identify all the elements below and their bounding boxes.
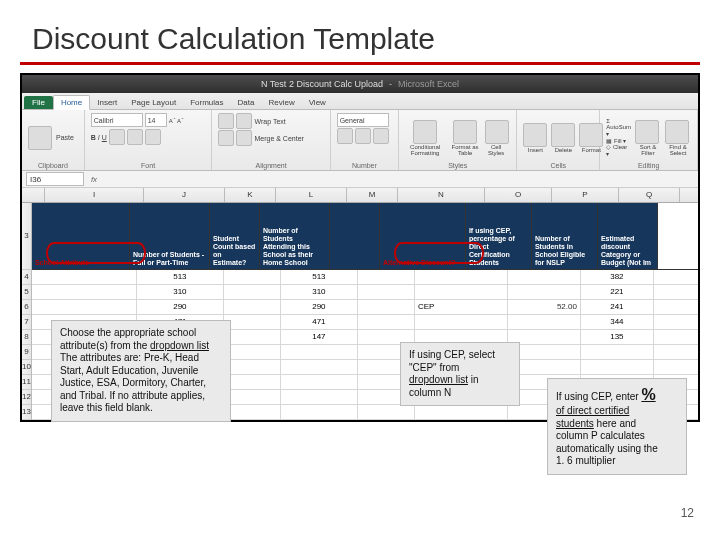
col-I[interactable]: I bbox=[45, 188, 144, 202]
autosum[interactable]: Σ AutoSum ▾ bbox=[606, 118, 631, 138]
wrap-text[interactable]: Wrap Text bbox=[254, 118, 285, 125]
cell-J[interactable]: 513 bbox=[137, 270, 224, 284]
cell-N[interactable] bbox=[415, 405, 508, 419]
row-header[interactable]: 8 bbox=[22, 330, 31, 345]
merge-center[interactable]: Merge & Center bbox=[254, 135, 303, 142]
number-format[interactable]: General bbox=[337, 113, 389, 127]
cell-K[interactable] bbox=[224, 405, 281, 419]
cell-K[interactable] bbox=[224, 270, 281, 284]
font-name-select[interactable]: Calibri bbox=[91, 113, 143, 127]
row-header[interactable]: 3 bbox=[22, 203, 31, 270]
cell-Q[interactable]: 5 bbox=[654, 360, 698, 374]
cell-L[interactable]: 290 bbox=[281, 300, 358, 314]
name-box[interactable]: I36 bbox=[26, 172, 84, 186]
cell-M[interactable] bbox=[358, 270, 415, 284]
tab-formulas[interactable]: Formulas bbox=[183, 96, 230, 109]
cell-L[interactable] bbox=[281, 375, 358, 389]
cell-Q[interactable]: 5 bbox=[654, 270, 698, 284]
cond-fmt-icon[interactable] bbox=[413, 120, 437, 144]
tab-home[interactable]: Home bbox=[53, 95, 90, 110]
cell-L[interactable]: 147 bbox=[281, 330, 358, 344]
row-header[interactable]: 12 bbox=[22, 390, 31, 405]
cell-O[interactable] bbox=[508, 285, 581, 299]
cell-N[interactable]: CEP bbox=[415, 300, 508, 314]
paste-icon[interactable] bbox=[28, 126, 52, 150]
cell-K[interactable] bbox=[224, 345, 281, 359]
currency-icon[interactable] bbox=[337, 128, 353, 144]
col-O[interactable]: O bbox=[485, 188, 552, 202]
border-icon[interactable] bbox=[109, 129, 125, 145]
cell-Q[interactable]: 5 bbox=[654, 300, 698, 314]
cell-J[interactable]: 290 bbox=[137, 300, 224, 314]
cell-M[interactable] bbox=[358, 315, 415, 329]
font-size-select[interactable]: 14 bbox=[145, 113, 167, 127]
cell-N[interactable] bbox=[415, 270, 508, 284]
cell-L[interactable]: 471 bbox=[281, 315, 358, 329]
row-header[interactable]: 9 bbox=[22, 345, 31, 360]
cell-K[interactable] bbox=[224, 330, 281, 344]
fx-icon[interactable]: fx bbox=[88, 175, 100, 184]
cell-K[interactable] bbox=[224, 390, 281, 404]
cell-N[interactable] bbox=[415, 420, 508, 422]
underline-button[interactable]: U bbox=[102, 134, 107, 141]
row-header[interactable]: 11 bbox=[22, 375, 31, 390]
cell-L[interactable] bbox=[281, 360, 358, 374]
cell-P[interactable] bbox=[581, 345, 654, 359]
cell-K[interactable] bbox=[224, 360, 281, 374]
col-J[interactable]: J bbox=[144, 188, 225, 202]
col-K[interactable]: K bbox=[225, 188, 276, 202]
row-header[interactable]: 7 bbox=[22, 315, 31, 330]
tab-view[interactable]: View bbox=[302, 96, 333, 109]
align-icon[interactable] bbox=[218, 113, 234, 129]
tab-file[interactable]: File bbox=[24, 96, 53, 109]
cell-O[interactable] bbox=[508, 270, 581, 284]
align-icon-3[interactable] bbox=[218, 130, 234, 146]
cell-K[interactable] bbox=[224, 285, 281, 299]
sort-filter-icon[interactable] bbox=[635, 120, 659, 144]
fill-color-icon[interactable] bbox=[127, 129, 143, 145]
percent-icon[interactable] bbox=[355, 128, 371, 144]
cell-Q[interactable]: 5 bbox=[654, 345, 698, 359]
row-header[interactable]: 14 bbox=[22, 420, 31, 422]
col-Q[interactable]: Q bbox=[619, 188, 680, 202]
col-L[interactable]: L bbox=[276, 188, 347, 202]
cell-K[interactable] bbox=[224, 375, 281, 389]
cell-M[interactable] bbox=[358, 300, 415, 314]
cell-L[interactable] bbox=[281, 390, 358, 404]
cell-M[interactable] bbox=[358, 420, 415, 422]
cell-M[interactable] bbox=[358, 285, 415, 299]
cell-Q[interactable]: 5 bbox=[654, 285, 698, 299]
row-header[interactable]: 13 bbox=[22, 405, 31, 420]
col-M[interactable]: M bbox=[347, 188, 398, 202]
tab-page-layout[interactable]: Page Layout bbox=[124, 96, 183, 109]
cell-P[interactable] bbox=[581, 360, 654, 374]
tab-review[interactable]: Review bbox=[261, 96, 301, 109]
cell-L[interactable] bbox=[281, 345, 358, 359]
cell-P[interactable]: 241 bbox=[581, 300, 654, 314]
fmt-table-icon[interactable] bbox=[453, 120, 477, 144]
cell-K[interactable] bbox=[224, 300, 281, 314]
italic-button[interactable]: I bbox=[98, 134, 100, 141]
delete-icon[interactable] bbox=[551, 123, 575, 147]
cell-Q[interactable]: 5 bbox=[654, 315, 698, 329]
font-color-icon[interactable] bbox=[145, 129, 161, 145]
cell-N[interactable] bbox=[415, 285, 508, 299]
col-N[interactable]: N bbox=[398, 188, 485, 202]
cell-P[interactable]: 221 bbox=[581, 285, 654, 299]
cell-J[interactable]: 310 bbox=[137, 285, 224, 299]
fill[interactable]: ▦ Fill ▾ bbox=[606, 138, 631, 145]
row-header[interactable]: 6 bbox=[22, 300, 31, 315]
align-icon-2[interactable] bbox=[236, 113, 252, 129]
comma-icon[interactable] bbox=[373, 128, 389, 144]
cell-P[interactable]: 344 bbox=[581, 315, 654, 329]
cell-I[interactable] bbox=[32, 285, 137, 299]
cell-I[interactable] bbox=[32, 270, 137, 284]
cell-K[interactable] bbox=[224, 420, 281, 422]
row-header[interactable]: 5 bbox=[22, 285, 31, 300]
cell-styles-icon[interactable] bbox=[485, 120, 509, 144]
cell-O[interactable] bbox=[508, 315, 581, 329]
cell-L[interactable] bbox=[281, 405, 358, 419]
tab-data[interactable]: Data bbox=[231, 96, 262, 109]
cell-P[interactable]: 135 bbox=[581, 330, 654, 344]
tab-insert[interactable]: Insert bbox=[90, 96, 124, 109]
